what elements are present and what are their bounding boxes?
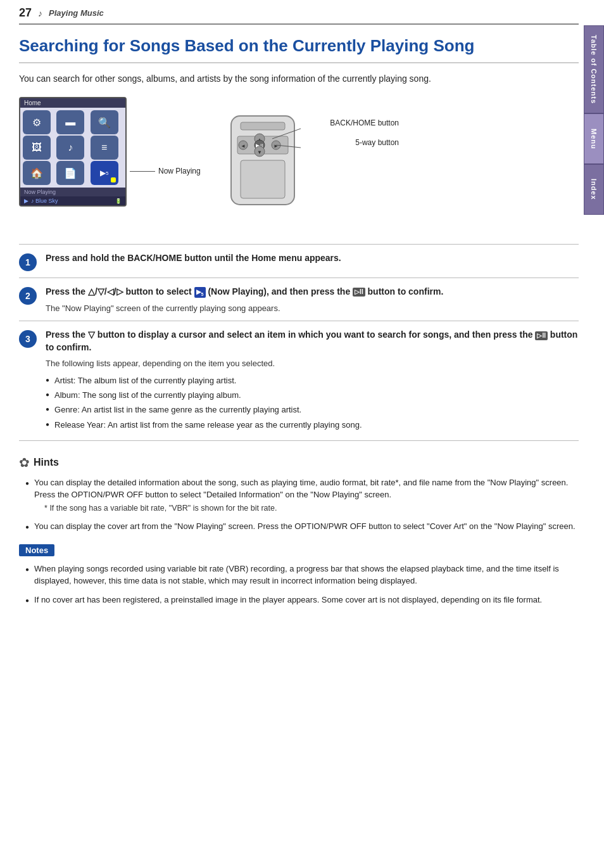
grid-icon-6: ≡ [91,136,118,160]
step-1-main-text: Press and hold the BACK/HOME button unti… [46,252,579,265]
steps-section: 1 Press and hold the BACK/HOME button un… [19,244,579,441]
step-3-main-text: Press the ▽ button to display a cursor a… [46,329,579,354]
note-item-1: When playing songs recorded using variab… [25,563,579,587]
step-2-main-text: Press the △/▽/◁/▷ button to select ▶5 (N… [46,286,579,298]
grid-icon-now-playing: ▶5 [91,161,118,185]
back-home-label: BACK/HOME button [330,118,399,127]
step-1-content: Press and hold the BACK/HOME button unti… [46,252,579,269]
bullet-release-year: Release Year: An artist list from the sa… [46,419,579,431]
sidebar: Table of Contents Menu Index [584,25,604,215]
sidebar-toc-label: Table of Contents [590,35,598,104]
step-2: 2 Press the △/▽/◁/▷ button to select ▶5 … [19,278,579,321]
play-confirm-icon-2: ▷II [535,331,548,340]
sidebar-index-label: Index [590,179,598,200]
main-content: 27 ♪ Playing Music Searching for Songs B… [19,0,579,631]
device-diagram: ▲ ◄ ▶II ► ▼ B [196,103,323,230]
bullet-album: Album: The song list of the currently pl… [46,390,579,401]
hints-title: Hints [34,457,59,468]
step-3-content: Press the ▽ button to display a cursor a… [46,329,579,433]
five-way-label: 5-way button [355,138,399,147]
intro-text: You can search for other songs, albums, … [19,72,579,86]
device-svg: ▲ ◄ ▶II ► ▼ [196,103,323,217]
hints-list: You can display the detailed information… [19,476,579,533]
notes-section: Notes When playing songs recorded using … [19,544,579,606]
note-item-2: If no cover art has been registered, a p… [25,594,579,606]
ipod-icon-grid: ⚙ ▬ 🔍 🖼 ♪ ≡ 🏠 📄 ▶5 [20,108,125,188]
note-2-text: If no cover art has been registered, a p… [34,594,542,606]
now-playing-song-label: ♪ Blue Sky [31,198,58,204]
svg-text:◄: ◄ [241,143,246,149]
play-confirm-icon: ▷II [353,288,365,297]
step-1-number: 1 [19,253,37,271]
step-2-content: Press the △/▽/◁/▷ button to select ▶5 (N… [46,286,579,314]
sidebar-menu-label: Menu [590,129,598,150]
note-1-text: When playing songs recorded using variab… [34,563,579,587]
hint-1-text: You can display the detailed information… [34,476,579,514]
svg-rect-13 [241,160,285,198]
hints-section: ✿ Hints You can display the detailed inf… [19,455,579,533]
page-header: 27 ♪ Playing Music [19,0,579,25]
grid-icon-8: 📄 [56,161,84,185]
hint-item-2: You can display the cover art from the "… [25,520,579,533]
grid-icon-3: 🔍 [91,110,118,134]
sidebar-tab-toc[interactable]: Table of Contents [584,25,604,113]
hints-header: ✿ Hints [19,455,579,470]
screen-title-label: Home [24,99,41,106]
sidebar-tab-menu[interactable]: Menu [584,113,604,164]
grid-icon-2: ▬ [56,110,84,134]
notes-header: Notes [19,544,54,556]
grid-icon-7: 🏠 [23,161,51,185]
step-2-sub-text: The "Now Playing" screen of the currentl… [46,302,579,315]
step-3-number: 3 [19,330,37,348]
now-playing-callout: Now Playing [130,167,201,176]
step-3: 3 Press the ▽ button to display a cursor… [19,321,579,440]
hint-1-subnote: * If the song has a variable bit rate, "… [34,502,579,514]
now-playing-diagram-label: Now Playing [158,167,201,176]
bullet-genre: Genre: An artist list in the same genre … [46,404,579,416]
five-way-text: 5-way button [355,138,399,147]
chapter-title: Playing Music [49,8,104,18]
step-2-number: 2 [19,287,37,305]
step-1: 1 Press and hold the BACK/HOME button un… [19,244,579,278]
hint-item-1: You can display the detailed information… [25,476,579,514]
notes-list: When playing songs recorded using variab… [19,563,579,606]
now-playing-icon-inline: ▶5 [194,287,206,298]
svg-text:►: ► [274,143,279,149]
ipod-bottom-label: Now Playing [20,188,125,196]
grid-icon-4: 🖼 [23,136,51,160]
page-number: 27 [19,6,32,20]
svg-text:▼: ▼ [257,150,262,155]
back-home-text: BACK/HOME button [330,118,399,127]
music-icon: ♪ [38,8,42,18]
step-3-bullet-list: Artist: The album list of the currently … [46,375,579,431]
grid-icon-1: ⚙ [23,110,51,134]
ipod-screen-header: Home [20,98,125,108]
step-3-sub-text: The following lists appear, depending on… [46,357,579,370]
sidebar-tab-index[interactable]: Index [584,164,604,215]
bullet-artist: Artist: The album list of the currently … [46,375,579,386]
svg-rect-1 [241,122,285,130]
ipod-now-playing-bar: ▶ ♪ Blue Sky 🔋 [20,196,125,205]
section-title: Searching for Songs Based on the Current… [19,36,579,63]
hints-icon: ✿ [19,455,30,470]
ipod-screen-mock: Home ⚙ ▬ 🔍 🖼 ♪ ≡ 🏠 📄 ▶5 Now Playing [19,97,127,207]
hint-2-text: You can display the cover art from the "… [34,520,576,533]
diagram-area: Home ⚙ ▬ 🔍 🖼 ♪ ≡ 🏠 📄 ▶5 Now Playing [19,97,579,230]
grid-icon-5: ♪ [56,136,84,160]
